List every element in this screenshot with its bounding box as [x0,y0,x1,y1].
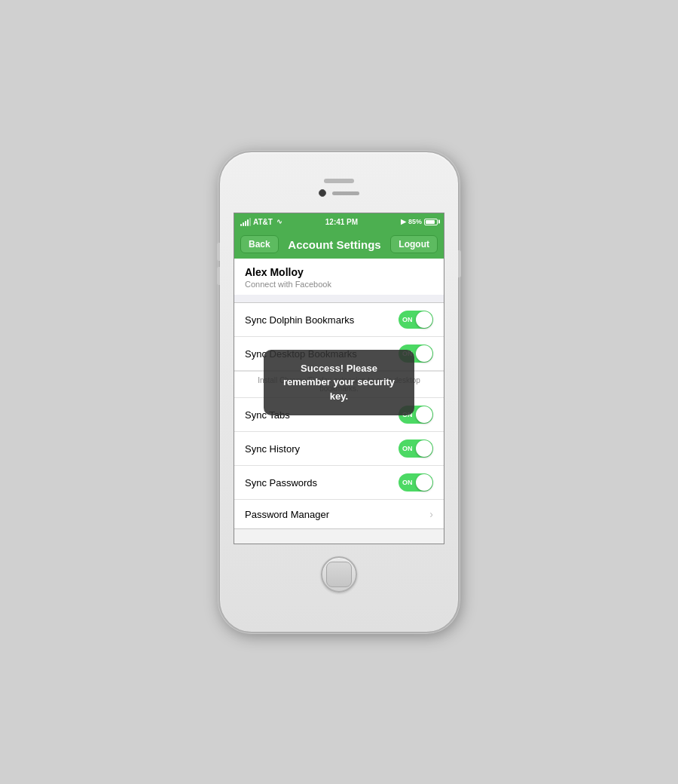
info-text: Install Chrome/Firefox extension to sync… [234,371,444,398]
signal-bars [240,218,251,226]
location-icon: ▶ [401,218,406,225]
battery-percent: 85% [408,218,422,225]
carrier-label: AT&T [253,218,273,226]
power-button[interactable] [458,250,461,277]
toggle-on-label: ON [402,316,413,323]
row-password-manager[interactable]: Password Manager › [234,500,444,528]
toggle-sync-tabs[interactable]: ON [399,406,433,424]
speaker-grill [324,179,354,183]
front-camera [319,189,326,197]
row-sync-tabs[interactable]: Sync Tabs ON [234,398,444,432]
toggle-sync-desktop[interactable]: ON [399,345,433,363]
status-left: AT&T ∿ [240,218,282,226]
settings-group: Sync Dolphin Bookmarks ON Sync Desktop B… [234,302,444,529]
chevron-icon: › [429,508,433,520]
row-label-sync-desktop: Sync Desktop Bookmarks [245,348,357,360]
row-label-sync-tabs: Sync Tabs [245,409,290,421]
toggle-knob-2 [416,345,432,362]
toggle-sync-history[interactable]: ON [399,439,433,458]
row-sync-passwords[interactable]: Sync Passwords ON [234,466,444,500]
signal-bar-4 [247,219,249,226]
home-button-inner [326,562,352,587]
volume-down-button[interactable] [217,267,220,285]
row-label-password-manager: Password Manager [245,509,329,520]
toggle-sync-dolphin[interactable]: ON [399,311,433,329]
toggle-on-label-5: ON [402,479,413,486]
wifi-icon: ∿ [276,218,282,225]
top-bezel [220,152,458,213]
signal-bar-3 [245,221,246,226]
back-button[interactable]: Back [240,235,279,253]
navigation-bar: Back Account Settings Logout [234,230,444,259]
row-label-sync-passwords: Sync Passwords [245,477,317,488]
home-button[interactable] [321,556,357,593]
time-label: 12:41 PM [325,218,358,226]
toggle-sync-passwords[interactable]: ON [399,473,433,492]
toggle-knob-5 [416,474,432,491]
status-right: ▶ 85% [401,218,438,225]
user-sub: Connect with Facebook [245,280,433,289]
row-sync-history[interactable]: Sync History ON [234,432,444,466]
battery-fill [426,220,435,224]
bottom-bezel [220,544,458,605]
signal-bar-1 [240,224,242,226]
nav-title: Account Settings [288,238,380,251]
toggle-on-label-3: ON [402,411,413,418]
row-label-sync-history: Sync History [245,443,300,455]
toggle-on-label-2: ON [402,350,413,357]
user-name: Alex Molloy [245,266,433,278]
logout-button[interactable]: Logout [390,235,438,253]
row-sync-dolphin-bookmarks[interactable]: Sync Dolphin Bookmarks ON [234,303,444,337]
toggle-knob [416,311,432,328]
signal-bar-5 [249,218,251,226]
status-bar: AT&T ∿ 12:41 PM ▶ 85% [234,213,444,230]
signal-bar-2 [243,222,244,226]
row-label-sync-dolphin: Sync Dolphin Bookmarks [245,314,354,326]
toggle-knob-3 [416,406,432,423]
volume-up-button[interactable] [217,243,220,261]
phone-screen: AT&T ∿ 12:41 PM ▶ 85% Back Account Setti… [234,213,444,544]
user-section: Alex Molloy Connect with Facebook [234,259,444,295]
toggle-on-label-4: ON [402,445,413,452]
battery-icon [424,219,438,225]
toggle-knob-4 [416,440,432,457]
row-sync-desktop-bookmarks[interactable]: Sync Desktop Bookmarks ON [234,337,444,371]
content-area: Alex Molloy Connect with Facebook Sync D… [234,259,444,529]
phone-frame: AT&T ∿ 12:41 PM ▶ 85% Back Account Setti… [218,151,460,633]
earpiece [332,191,359,195]
